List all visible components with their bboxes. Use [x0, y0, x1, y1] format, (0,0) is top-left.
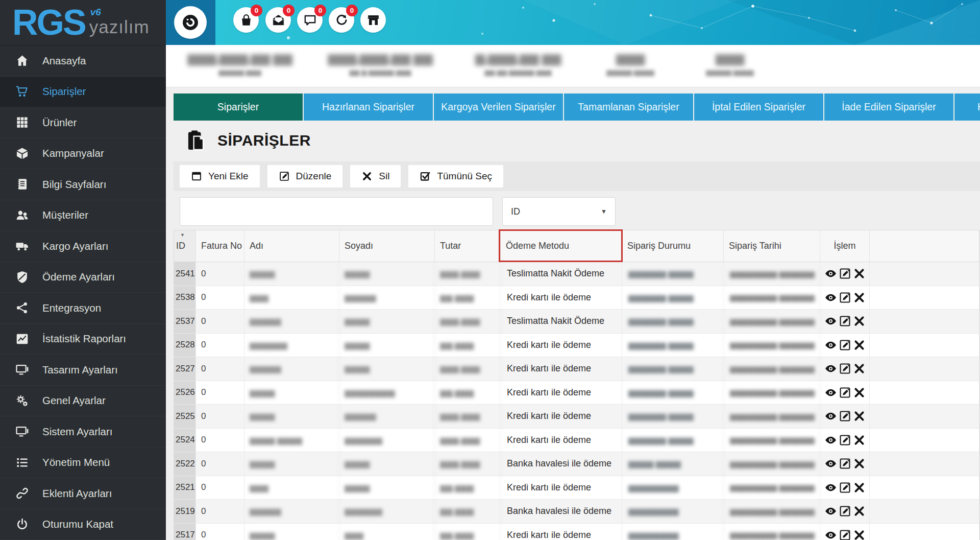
row-delete-button[interactable] — [853, 267, 866, 280]
column-header-sipariş-tarihi[interactable]: Sipariş Tarihi — [724, 230, 820, 262]
sidebar-item-label: Entegrasyon — [42, 302, 101, 314]
tab-hazırlanan-siparişler[interactable]: Hazırlanan Siparişler — [304, 93, 433, 121]
toolbar: Yeni EkleDüzenleSilTümünü Seç — [174, 161, 980, 191]
sidebar-item-urunler[interactable]: Ürünler — [0, 107, 166, 138]
row-view-button[interactable] — [824, 529, 837, 540]
row-delete-button[interactable] — [853, 481, 866, 494]
table-row[interactable]: 25190▆▆▆▆▆▆▆▆▆▆▆▆▆,▆▆▆Banka havalesi ile… — [174, 500, 979, 524]
toolbar-button-checkbox[interactable]: Tümünü Seç — [408, 165, 503, 187]
column-header-fatura-no[interactable]: Fatura No — [196, 230, 244, 262]
row-edit-button[interactable] — [839, 267, 851, 280]
sidebar-item-tasarim-ayarlari[interactable]: Tasarım Ayarları — [0, 355, 166, 386]
row-edit-button[interactable] — [839, 410, 851, 422]
table-row[interactable]: 25240▆▆▆▆ ▆▆▆▆▆▆▆▆▆▆▆▆▆,▆▆▆Kredi kartı i… — [174, 429, 979, 453]
sidebar-item-genel-ayarlar[interactable]: Genel Ayarlar — [0, 386, 166, 417]
sidebar-item-bilgi-sayfalari[interactable]: Bilgi Sayfaları — [0, 169, 166, 200]
row-edit-button[interactable] — [839, 434, 851, 447]
tab-siparişler[interactable]: Siparişler — [174, 93, 303, 121]
row-edit-button[interactable] — [839, 457, 851, 470]
toolbar-button-newwin[interactable]: Yeni Ekle — [180, 165, 260, 187]
row-edit-button[interactable] — [839, 529, 851, 540]
row-edit-button[interactable] — [839, 386, 851, 399]
tab-i-ptal-edilen-siparişler[interactable]: İptal Edilen Siparişler — [694, 93, 823, 121]
column-header-sipariş-durumu[interactable]: Sipariş Durumu — [622, 230, 724, 262]
row-view-button[interactable] — [824, 362, 837, 375]
row-view-button[interactable] — [824, 457, 837, 470]
table-row[interactable]: 25370▆▆▆▆▆▆▆▆▆▆▆▆,▆▆▆Teslimatta Nakit Öd… — [174, 310, 979, 334]
column-header-soyadı[interactable]: Soyadı — [339, 230, 435, 262]
table-row[interactable]: 25410▆▆▆▆▆▆▆▆▆▆▆,▆▆▆Teslimatta Nakit Öde… — [174, 262, 979, 286]
tab-i-ade-edilen-siparişler[interactable]: İade Edilen Siparişler — [824, 93, 953, 121]
sidebar-item-anasayfa[interactable]: Anasayfa — [0, 45, 166, 77]
table-row[interactable]: 25270▆▆▆▆▆▆▆▆▆▆▆▆,▆▆▆Kredi kartı ile öde… — [174, 357, 979, 381]
row-delete-button[interactable] — [853, 529, 866, 540]
row-delete-button[interactable] — [853, 291, 866, 304]
column-header-adı[interactable]: Adı — [244, 230, 339, 262]
brand-logo[interactable]: RGS v6 yazılım — [0, 0, 166, 45]
row-edit-button[interactable] — [839, 481, 851, 494]
search-input[interactable] — [180, 197, 493, 226]
row-edit-button[interactable] — [839, 315, 851, 327]
table-row[interactable]: 25250▆▆▆▆▆▆▆▆▆▆▆▆,▆▆▆Kredi kartı ile öde… — [174, 405, 979, 429]
column-header-ödeme-metodu[interactable]: Ödeme Metodu — [501, 230, 622, 262]
table-row[interactable]: 25170▆▆▆▆▆▆▆▆▆,▆▆▆Kredi kartı ile ödeme▆… — [174, 524, 979, 540]
row-edit-button[interactable] — [839, 291, 851, 304]
tab-h[interactable]: H — [954, 93, 980, 121]
tab-tamamlanan-siparişler[interactable]: Tamamlanan Siparişler — [564, 93, 693, 121]
column-header-tutar[interactable]: Tutar — [435, 230, 501, 262]
row-delete-button[interactable] — [853, 339, 866, 351]
eye-icon — [824, 267, 837, 280]
row-edit-button[interactable] — [839, 505, 851, 518]
row-view-button[interactable] — [824, 505, 837, 518]
sidebar-item-siparisler[interactable]: Siparişler — [0, 77, 166, 108]
cell-fatura-no: 0 — [196, 452, 244, 476]
cell-id: 2541 — [174, 262, 196, 286]
sidebar-item-kargo-ayarlari[interactable]: Kargo Ayarları — [0, 231, 166, 262]
sidebar-item-entegrasyon[interactable]: Entegrasyon — [0, 293, 166, 324]
sidebar-item-yonetim-menu[interactable]: Yönetim Menü — [0, 448, 166, 479]
row-view-button[interactable] — [824, 339, 837, 351]
row-view-button[interactable] — [824, 386, 837, 399]
table-row[interactable]: 25380▆▆▆▆▆▆▆▆▆▆ ▆▆▆Kredi kartı ile ödeme… — [174, 286, 979, 310]
row-edit-button[interactable] — [839, 362, 851, 375]
row-delete-button[interactable] — [853, 505, 866, 518]
table-row[interactable]: 25220▆▆▆▆▆▆▆▆▆▆▆,▆▆▆Banka havalesi ile ö… — [174, 452, 979, 476]
row-view-button[interactable] — [824, 315, 837, 327]
topbar-messages-button[interactable]: 0 — [265, 7, 291, 33]
row-delete-button[interactable] — [853, 315, 866, 327]
table-row[interactable]: 25260▆▆▆▆▆▆▆▆▆▆▆▆▆▆,▆▆▆Kredi kartı ile ö… — [174, 381, 979, 405]
sidebar-item-istatistik-raporlari[interactable]: İstatistik Raporları — [0, 324, 166, 355]
topbar-returns-button[interactable]: 0 — [329, 7, 354, 33]
clock-gear-icon[interactable] — [174, 6, 207, 39]
sidebar-item-oturumu-kapat[interactable]: Oturumu Kapat — [0, 509, 166, 540]
topbar-comments-button[interactable]: 0 — [297, 7, 323, 33]
table-row[interactable]: 25210▆▆▆▆▆▆▆▆▆,▆▆▆Kredi kartı ile ödeme▆… — [174, 476, 979, 500]
tab-kargoya-verilen-siparişler[interactable]: Kargoya Verilen Siparişler — [434, 93, 563, 121]
topbar-store-button[interactable] — [360, 7, 386, 33]
sidebar-item-eklenti-ayarlari[interactable]: Eklenti Ayarları — [0, 478, 166, 509]
sidebar-item-kampanyalar[interactable]: Kampanyalar — [0, 138, 166, 170]
row-delete-button[interactable] — [853, 434, 866, 447]
sidebar-item-sistem-ayarlari[interactable]: Sistem Ayarları — [0, 416, 166, 448]
toolbar-button-pencilsq[interactable]: Düzenle — [267, 165, 343, 187]
row-view-button[interactable] — [824, 291, 837, 304]
row-delete-button[interactable] — [853, 410, 866, 422]
row-view-button[interactable] — [824, 434, 837, 447]
row-edit-button[interactable] — [839, 339, 851, 351]
topbar-orders-button[interactable]: 0 — [233, 7, 259, 33]
row-delete-button[interactable] — [853, 457, 866, 470]
toolbar-button-xmark[interactable]: Sil — [350, 165, 401, 187]
dropdown-selected-value: ID — [511, 206, 601, 217]
row-delete-button[interactable] — [853, 386, 866, 399]
column-header-i-şlem[interactable]: İşlem — [820, 230, 870, 262]
search-field-dropdown[interactable]: ID ▼ — [502, 197, 616, 226]
row-view-button[interactable] — [824, 410, 837, 422]
sidebar-item-odeme-ayarlari[interactable]: Ödeme Ayarları — [0, 262, 166, 293]
sidebar-item-musteriler[interactable]: Müşteriler — [0, 200, 166, 231]
row-view-button[interactable] — [824, 267, 837, 280]
row-delete-button[interactable] — [853, 362, 866, 375]
column-header-id[interactable]: ID▼ — [174, 230, 196, 262]
table-row[interactable]: 25280▆▆▆▆▆▆▆▆▆▆▆▆,▆▆▆Kredi kartı ile öde… — [174, 334, 979, 358]
row-view-button[interactable] — [824, 481, 837, 494]
sort-arrow-icon[interactable]: ▼ — [180, 232, 185, 238]
